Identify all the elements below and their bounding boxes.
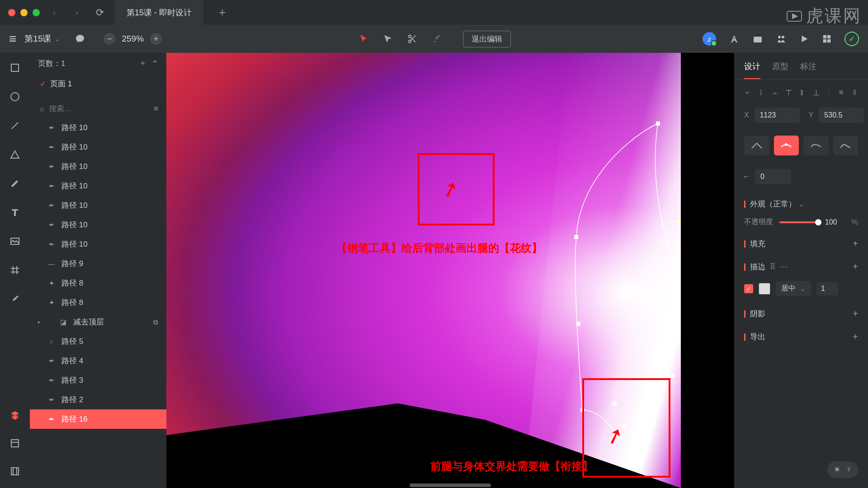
layer-item[interactable]: ✒路径 4: [30, 351, 166, 371]
add-stroke-icon[interactable]: +: [853, 262, 858, 272]
zoom-value[interactable]: 259%: [122, 34, 144, 44]
page-item[interactable]: ✓ 页面 1: [30, 74, 166, 94]
appearance-header[interactable]: 外观（正常） ⌄: [734, 191, 868, 214]
add-shadow-icon[interactable]: +: [853, 309, 858, 319]
stroke-visible-checkbox[interactable]: ✓: [744, 284, 753, 293]
slice-tool-icon[interactable]: [8, 263, 22, 277]
exit-edit-button[interactable]: 退出编辑: [463, 31, 511, 47]
point-corner-icon[interactable]: [744, 136, 769, 155]
grid-icon[interactable]: [822, 34, 832, 44]
align-hcenter-icon[interactable]: ⫶: [757, 88, 765, 98]
tab-annotate[interactable]: 标注: [800, 61, 816, 79]
theme-toggle[interactable]: ☀ ♀: [827, 461, 858, 478]
new-tab-button[interactable]: +: [210, 5, 235, 19]
add-fill-icon[interactable]: +: [853, 239, 858, 249]
expand-arrow-icon[interactable]: ▸: [38, 319, 41, 325]
point-mirror-icon[interactable]: [774, 136, 799, 155]
layer-item[interactable]: ✒路径 10: [30, 176, 166, 196]
minimize-window[interactable]: [20, 9, 28, 16]
layer-item[interactable]: ▸◪减去顶层⧉: [30, 312, 166, 332]
layers-panel-icon[interactable]: [8, 408, 22, 422]
layer-item[interactable]: ○路径 5: [30, 332, 166, 351]
fill-header: 填充 +: [734, 230, 868, 253]
search-input[interactable]: [49, 104, 149, 113]
align-bottom-icon[interactable]: ⊥: [812, 88, 820, 98]
share-icon[interactable]: [776, 33, 787, 44]
align-vcenter-icon[interactable]: ⫿: [798, 88, 807, 98]
layer-item[interactable]: ✒路径 10: [30, 137, 166, 157]
layer-item[interactable]: ✦路径 8: [30, 273, 166, 293]
right-tools: z ✓: [703, 32, 859, 46]
library-panel-icon[interactable]: [8, 465, 22, 478]
assets-panel-icon[interactable]: [8, 436, 22, 450]
opacity-slider[interactable]: [779, 221, 819, 223]
layer-item[interactable]: ✒路径 2: [30, 390, 166, 409]
layer-item[interactable]: ✒路径 10: [30, 157, 166, 176]
layer-item[interactable]: ✒路径 16: [30, 409, 166, 429]
add-export-icon[interactable]: +: [853, 332, 858, 342]
stroke-options-icon[interactable]: ⠿: [770, 262, 775, 272]
nav-back[interactable]: ‹: [46, 5, 62, 21]
line-tool-icon[interactable]: [8, 119, 22, 132]
menu-icon[interactable]: ≡: [9, 32, 16, 46]
frame-tool-icon[interactable]: [8, 61, 22, 75]
polygon-tool-icon[interactable]: [8, 148, 22, 161]
point-asym-icon[interactable]: [803, 136, 829, 155]
layer-item[interactable]: ✒路径 10: [30, 196, 166, 215]
y-input[interactable]: [819, 108, 864, 123]
pen-tool-icon[interactable]: [8, 177, 22, 190]
scissors-icon[interactable]: [406, 33, 419, 45]
canvas[interactable]: ➚ ➚ 【钢笔工具】给后背部处画出腿的【花纹】 前腿与身体交界处需要做【衔接】 …: [166, 53, 734, 488]
point-disconnect-icon[interactable]: [833, 136, 859, 155]
layer-item[interactable]: ✒路径 10: [30, 215, 166, 235]
stroke-color-swatch[interactable]: [759, 283, 770, 295]
layer-item[interactable]: ✒路径 3: [30, 371, 166, 390]
nav-forward[interactable]: ›: [69, 5, 85, 21]
refresh-icon[interactable]: ⟳: [96, 7, 104, 19]
stroke-width-input[interactable]: [816, 282, 838, 296]
distribute-v-icon[interactable]: ⦀: [851, 88, 859, 98]
stroke-more-icon[interactable]: ⋯: [780, 262, 788, 272]
text-tool-icon[interactable]: [8, 206, 22, 219]
x-input[interactable]: [755, 108, 800, 123]
add-page-icon[interactable]: +: [140, 59, 145, 68]
distribute-h-icon[interactable]: ≡: [837, 88, 845, 98]
play-icon[interactable]: [799, 34, 809, 44]
zoom-in-button[interactable]: +: [150, 33, 162, 45]
align-right-icon[interactable]: ⫠: [771, 88, 779, 98]
tab-design[interactable]: 设计: [744, 61, 760, 79]
move-tool-icon[interactable]: [357, 33, 370, 45]
inspector-tabs: 设计 原型 标注: [734, 53, 868, 80]
brush-icon[interactable]: [430, 33, 443, 45]
tab-prototype[interactable]: 原型: [772, 61, 788, 79]
radius-input[interactable]: [755, 169, 791, 184]
layer-item[interactable]: —路径 9: [30, 254, 166, 273]
filter-icon[interactable]: ≡: [154, 104, 158, 113]
layer-item[interactable]: ✦路径 8: [30, 293, 166, 312]
stroke-position-select[interactable]: 居中 ⌄: [776, 281, 811, 296]
layer-item[interactable]: ✒路径 10: [30, 235, 166, 254]
browser-tab[interactable]: 第15课 - 即时设计: [115, 0, 203, 25]
pen-tool-icon[interactable]: [382, 33, 394, 45]
chevron-down-icon: ⌄: [55, 35, 60, 42]
zoom-out-button[interactable]: −: [104, 33, 115, 45]
document-title[interactable]: 第15课 ⌄: [24, 33, 60, 45]
eyedropper-icon[interactable]: [8, 292, 22, 306]
align-top-icon[interactable]: ⊤: [784, 88, 793, 98]
text-style-icon[interactable]: [729, 33, 740, 44]
horizontal-scrollbar[interactable]: [410, 483, 491, 487]
done-icon[interactable]: ✓: [844, 32, 859, 46]
opacity-value[interactable]: 100: [825, 218, 845, 226]
image-tool-icon[interactable]: [8, 235, 22, 248]
maximize-window[interactable]: [33, 9, 40, 16]
align-left-icon[interactable]: ⫟: [743, 88, 751, 98]
layer-type-icon: —: [47, 260, 56, 267]
ellipse-tool-icon[interactable]: [8, 90, 22, 103]
chat-icon[interactable]: [75, 33, 85, 44]
briefcase-icon[interactable]: [752, 33, 763, 44]
layer-item[interactable]: ✒路径 10: [30, 118, 166, 137]
close-window[interactable]: [8, 9, 15, 16]
user-avatar[interactable]: z: [703, 32, 716, 46]
layer-type-icon: ✒: [47, 202, 56, 210]
collapse-pages-icon[interactable]: ⌃: [151, 59, 158, 69]
